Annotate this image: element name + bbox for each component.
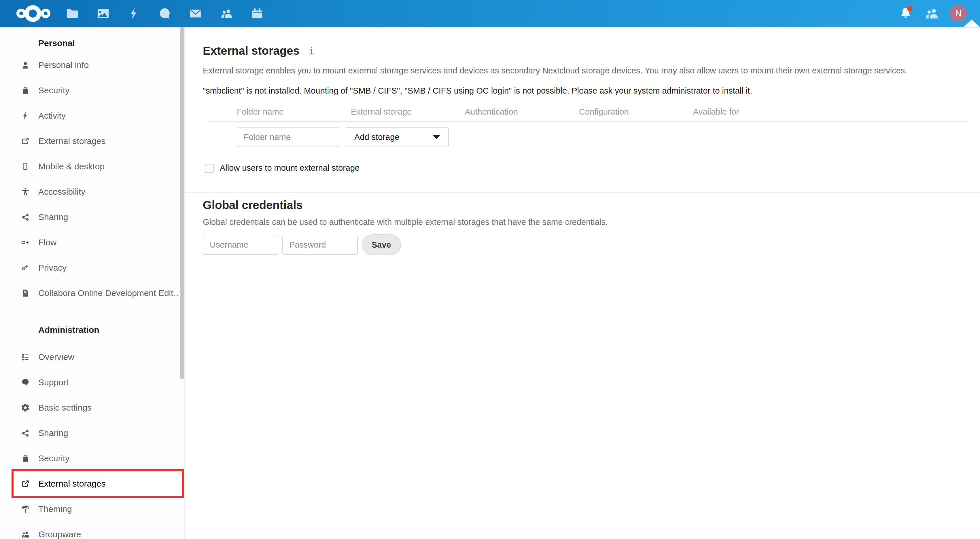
people-icon — [21, 530, 30, 539]
sidebar-item-label: Security — [38, 453, 69, 463]
top-header: N — [0, 0, 980, 27]
allow-mount-checkbox[interactable] — [205, 164, 213, 172]
password-field[interactable] — [282, 235, 358, 255]
sidebar-item-label: Support — [38, 377, 68, 387]
chevron-down-icon — [433, 135, 440, 139]
app-mail-mail-icon[interactable] — [189, 7, 202, 20]
sidebar-section-title: Administration — [38, 324, 185, 336]
sidebar-item-security[interactable]: Security — [0, 78, 185, 103]
info-icon[interactable]: i — [308, 45, 315, 57]
sidebar-item-personal-info[interactable]: Personal info — [0, 52, 185, 78]
app-calendar-calendar-icon[interactable] — [251, 7, 264, 20]
sidebar-item-theming[interactable]: Theming — [0, 496, 185, 522]
folder-name-input[interactable] — [237, 127, 339, 147]
col-header-external-storage: External storage — [351, 107, 465, 117]
sidebar-item-label: Basic settings — [38, 403, 92, 413]
user-icon — [21, 60, 30, 70]
sidebar-item-security[interactable]: Security — [0, 446, 185, 471]
col-header-authentication: Authentication — [465, 107, 579, 117]
sidebar-item-label: Activity — [38, 111, 66, 121]
notifications-bell-icon[interactable] — [898, 6, 913, 21]
external-link-icon — [21, 137, 30, 146]
logo-circle-right — [41, 9, 51, 18]
document-icon — [21, 288, 30, 298]
app-talk-talk-icon[interactable] — [158, 7, 172, 20]
page-title: External storages — [203, 44, 299, 57]
sidebar-section-title: Personal — [38, 37, 185, 49]
lightning-icon — [21, 111, 30, 120]
sidebar-item-label: External storages — [38, 479, 105, 489]
flow-icon — [21, 238, 30, 247]
contacts-menu-icon[interactable] — [924, 6, 939, 21]
external-link-icon — [21, 479, 30, 488]
sidebar-item-mobile-desktop[interactable]: Mobile & desktop — [0, 154, 185, 179]
sidebar-item-external-storages[interactable]: External storages — [0, 129, 185, 154]
sidebar-item-groupware[interactable]: Groupware — [0, 522, 185, 539]
sidebar-item-activity[interactable]: Activity — [0, 103, 185, 129]
lock-icon — [21, 454, 30, 463]
sidebar-item-label: Security — [38, 86, 69, 95]
add-storage-dropdown[interactable]: Add storage — [346, 127, 449, 147]
sidebar-item-label: Flow — [38, 237, 56, 247]
sidebar-item-external-storages[interactable]: External storages — [0, 471, 185, 496]
sidebar-item-flow[interactable]: Flow — [0, 230, 185, 255]
section-divider — [186, 192, 980, 193]
paint-roller-icon — [21, 504, 30, 514]
sidebar-item-label: Personal info — [38, 60, 89, 70]
avatar-initial: N — [955, 8, 962, 19]
sidebar-item-label: Sharing — [38, 212, 68, 222]
sidebar-item-label: Overview — [38, 352, 74, 362]
username-field[interactable] — [203, 235, 278, 255]
sidebar-item-accessibility[interactable]: Accessibility — [0, 179, 185, 204]
gear-icon — [21, 403, 30, 412]
nextcloud-logo-icon[interactable] — [16, 5, 51, 22]
sidebar-item-label: Accessibility — [38, 187, 85, 197]
sidebar-item-overview[interactable]: Overview — [0, 344, 185, 370]
avatar-menu-arrow — [964, 19, 980, 27]
col-header-configuration: Configuration — [579, 107, 693, 117]
col-header-folder-name: Folder name — [237, 107, 351, 117]
sidebar-item-label: Collabora Online Development Edit… — [38, 288, 180, 298]
sidebar-item-label: Theming — [38, 504, 72, 514]
global-credentials-description: Global credentials can be used to authen… — [203, 216, 968, 228]
sidebar-item-label: Privacy — [38, 263, 67, 273]
allow-mount-row: Allow users to mount external storage — [205, 163, 968, 173]
global-credentials-title: Global credentials — [203, 198, 968, 212]
sidebar-item-label: External storages — [38, 136, 105, 146]
table-header-row: Folder name External storage Authenticat… — [207, 107, 968, 122]
sidebar-section-personal: PersonalPersonal infoSecurityActivityExt… — [0, 37, 185, 306]
sidebar-item-privacy[interactable]: Privacy — [0, 255, 185, 280]
sidebar-item-sharing[interactable]: Sharing — [0, 204, 185, 230]
save-button[interactable]: Save — [362, 234, 401, 255]
new-storage-row: Add storage — [207, 127, 968, 147]
app-photos-photos-icon[interactable] — [97, 7, 110, 20]
app-contacts-contacts-icon[interactable] — [220, 7, 233, 20]
lock-icon — [21, 86, 30, 95]
sidebar-item-label: Mobile & desktop — [38, 162, 105, 171]
intro-text: External storage enables you to mount ex… — [203, 65, 968, 76]
external-storage-table: Folder name External storage Authenticat… — [207, 107, 968, 147]
app-activity-lightning-icon[interactable] — [127, 7, 141, 20]
app-files-folder-icon[interactable] — [66, 7, 79, 20]
sidebar-item-collabora-online-development-edit[interactable]: Collabora Online Development Edit… — [0, 280, 185, 306]
sidebar-item-basic-settings[interactable]: Basic settings — [0, 395, 185, 420]
share-icon — [21, 213, 30, 222]
add-storage-label: Add storage — [354, 132, 399, 142]
notification-badge — [907, 6, 913, 11]
logo-circle-middle — [24, 5, 41, 22]
sidebar-item-support[interactable]: Support — [0, 370, 185, 395]
allow-mount-label: Allow users to mount external storage — [220, 163, 360, 173]
chat-icon — [21, 378, 30, 387]
share-icon — [21, 428, 30, 438]
sidebar-section-administration: AdministrationOverviewSupportBasic setti… — [0, 324, 185, 539]
sidebar-scrollbar[interactable] — [180, 27, 184, 380]
main-content: External storages i External storage ena… — [186, 27, 980, 539]
sidebar-item-sharing[interactable]: Sharing — [0, 420, 185, 446]
header-right-cluster: N — [898, 0, 967, 27]
global-credentials-form: Save — [203, 234, 968, 255]
sidebar-item-label: Sharing — [38, 428, 68, 438]
list-icon — [21, 352, 30, 362]
phone-icon — [21, 162, 30, 171]
smbclient-warning-text: "smbclient" is not installed. Mounting o… — [203, 85, 968, 97]
settings-sidebar: PersonalPersonal infoSecurityActivityExt… — [0, 27, 185, 539]
